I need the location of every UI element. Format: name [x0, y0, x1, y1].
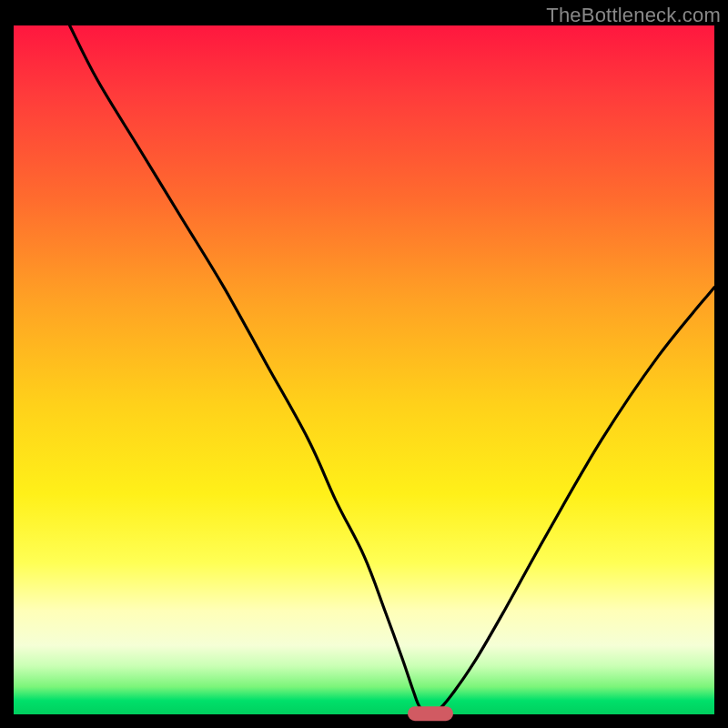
chart-root: TheBottleneck.com	[0, 0, 728, 728]
optimal-point-marker	[408, 706, 453, 721]
curve-svg	[14, 25, 714, 714]
plot-area	[14, 25, 714, 714]
watermark-text: TheBottleneck.com	[546, 4, 721, 27]
bottleneck-curve	[70, 25, 714, 714]
